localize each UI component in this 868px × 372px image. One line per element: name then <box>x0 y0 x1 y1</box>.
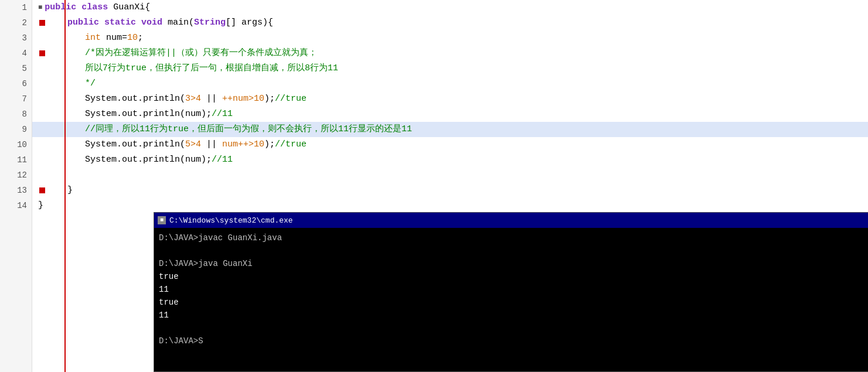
param-numpp: num++>10 <box>222 137 264 152</box>
code-area[interactable]: ■public class GuanXi{ public static void… <box>32 0 868 372</box>
code-line-6: */ <box>32 76 868 91</box>
code-line-12 <box>32 168 868 183</box>
cmd-titlebar: ■ C:\Windows\system32\cmd.exe <box>154 213 868 228</box>
kw-public-2: public <box>67 15 104 30</box>
breakpoint-gutter-line <box>64 0 66 372</box>
code-line-2: public static void main(String[] args){ <box>32 15 868 30</box>
cmd-line-1: D:\JAVA>javac GuanXi.java <box>159 231 868 244</box>
line-num-12: 12 <box>5 168 27 183</box>
line-num-3: 3 <box>5 30 27 46</box>
var-num: num= <box>106 30 127 46</box>
num-10: 10 <box>127 30 138 46</box>
cmd-line-2 <box>159 244 868 257</box>
cmt-11b: //11 <box>212 152 233 168</box>
line-numbers: 1 2 3 4 5 6 7 8 9 10 11 12 13 14 <box>0 0 32 372</box>
breakpoint-13 <box>39 187 45 193</box>
kw-string: String <box>194 15 226 30</box>
sys-8: System.out.println(num); <box>85 107 212 122</box>
line-num-13: 13 <box>5 183 27 198</box>
param-5: 5>4 <box>185 137 201 152</box>
line-num-7: 7 <box>5 91 27 107</box>
breakpoint-2 <box>39 20 45 26</box>
code-line-1: ■public class GuanXi{ <box>32 0 868 15</box>
code-line-14: } <box>32 198 868 213</box>
collapse-icon-1: ■ <box>38 0 42 15</box>
cmd-line-4: true <box>159 270 868 283</box>
param-pp: ++num>10 <box>222 91 264 107</box>
cmd-line-3: D:\JAVA>java GuanXi <box>159 257 868 270</box>
breakpoint-4 <box>39 50 45 56</box>
code-line-9: //同理，所以11行为true，但后面一句为假，则不会执行，所以11行显示的还是… <box>32 122 868 137</box>
line-num-10: 10 <box>5 137 27 152</box>
kw-public-1: public <box>45 0 81 15</box>
kw-void: void <box>141 15 168 30</box>
line-num-4: 4 <box>5 46 27 61</box>
sys-11: System.out.println(num); <box>85 152 212 168</box>
comment-9: //同理，所以11行为true，但后面一句为假，则不会执行，所以11行显示的还是… <box>85 122 412 137</box>
cmt-11a: //11 <box>212 107 233 122</box>
cmd-line-9: D:\JAVA>S <box>159 335 868 347</box>
comment-5: 所以7行为true，但执行了后一句，根据自增自减，所以8行为11 <box>85 61 338 76</box>
cmd-window[interactable]: ■ C:\Windows\system32\cmd.exe D:\JAVA>ja… <box>154 212 868 372</box>
cmd-icon: ■ <box>158 216 166 224</box>
cmd-line-8 <box>159 322 868 335</box>
cmd-line-5: 11 <box>159 283 868 296</box>
main-method: main( <box>168 15 194 30</box>
line-num-8: 8 <box>5 107 27 122</box>
kw-static: static <box>104 15 141 30</box>
code-line-10: System.out.println(5>4 || num++>10);//tr… <box>32 137 868 152</box>
cmt-true2: //true <box>275 137 307 152</box>
cmd-line-6: true <box>159 296 868 309</box>
sys-10: System.out.println( <box>85 137 185 152</box>
line-num-1: 1 <box>5 0 27 15</box>
cmt-true: //true <box>275 91 307 107</box>
line-num-14: 14 <box>5 198 27 213</box>
line-num-2: 2 <box>5 15 27 30</box>
line-num-6: 6 <box>5 76 27 91</box>
cmd-line-7: 11 <box>159 309 868 322</box>
param-3: 3>4 <box>185 91 201 107</box>
kw-class: class <box>81 0 113 15</box>
line-num-11: 11 <box>5 152 27 168</box>
code-line-3: int num=10; <box>32 30 868 46</box>
brace-outer: } <box>38 198 43 213</box>
code-line-5: 所以7行为true，但执行了后一句，根据自增自减，所以8行为11 <box>32 61 868 76</box>
cmd-body: D:\JAVA>javac GuanXi.java D:\JAVA>java G… <box>154 228 868 351</box>
code-line-11: System.out.println(num);//11 <box>32 152 868 168</box>
code-line-4: /*因为在逻辑运算符||（或）只要有一个条件成立就为真； <box>32 46 868 61</box>
line-num-9: 9 <box>5 122 27 137</box>
sys-7: System.out.println( <box>85 91 185 107</box>
code-line-7: System.out.println(3>4 || ++num>10);//tr… <box>32 91 868 107</box>
comment-6: */ <box>85 76 96 91</box>
line-num-5: 5 <box>5 61 27 76</box>
brace-inner: } <box>67 183 73 198</box>
cmd-title: C:\Windows\system32\cmd.exe <box>169 216 293 225</box>
comment-4: /*因为在逻辑运算符||（或）只要有一个条件成立就为真； <box>85 46 317 61</box>
kw-int-3: int <box>85 30 106 46</box>
class-name: GuanXi{ <box>113 0 150 15</box>
code-line-8: System.out.println(num);//11 <box>32 107 868 122</box>
editor-container: 1 2 3 4 5 6 7 8 9 10 11 12 13 14 ■public… <box>0 0 868 372</box>
args-param: [] args){ <box>226 15 273 30</box>
code-line-13: } <box>32 183 868 198</box>
